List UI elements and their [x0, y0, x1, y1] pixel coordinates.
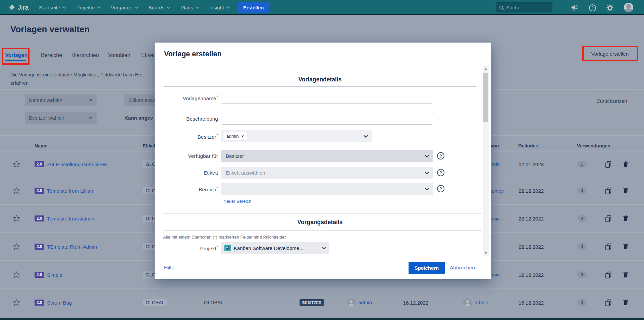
- besitzer-select[interactable]: admin×: [221, 130, 372, 142]
- copy-icon[interactable]: [605, 161, 612, 168]
- usage-count: 0: [577, 243, 587, 250]
- field-label-besitzer: Besitzer*: [161, 133, 218, 140]
- help-glyph: ?: [589, 4, 596, 11]
- vorlagenname-input[interactable]: [221, 92, 433, 104]
- favorite-star-icon[interactable]: [13, 271, 20, 278]
- jira-logo[interactable]: Jira: [8, 0, 29, 15]
- col-header-geaendert: Geändert: [518, 143, 539, 148]
- version-badge: 2.0: [35, 300, 44, 306]
- col-header-name: Name: [35, 143, 47, 148]
- projekt-value: Kanban Software Developme...: [234, 245, 319, 251]
- scroll-down-icon[interactable]: [483, 250, 489, 256]
- learn-more-link[interactable]: erfahren: [10, 80, 29, 86]
- tab-hierarchien[interactable]: Hierarchien: [71, 52, 99, 58]
- favorite-star-icon[interactable]: [13, 215, 20, 222]
- copy-icon[interactable]: [605, 243, 612, 250]
- changed-date: 22.12.2022: [519, 216, 544, 221]
- favorite-star-icon[interactable]: [13, 187, 20, 194]
- user-link[interactable]: admin: [475, 300, 488, 305]
- copy-icon[interactable]: [605, 215, 612, 222]
- filter-name-input[interactable]: Namen wählen ×: [25, 94, 97, 106]
- megaphone-icon[interactable]: [570, 3, 579, 12]
- nav-item-boards[interactable]: Boards: [149, 5, 171, 10]
- create-button[interactable]: Erstellen: [237, 2, 269, 13]
- gear-icon[interactable]: [605, 3, 614, 12]
- section-vorgangsdetails: Vorgangsdetails: [164, 219, 476, 226]
- help-link[interactable]: Hilfe: [164, 265, 174, 271]
- chevron-down-icon: [135, 6, 139, 9]
- template-name-link[interactable]: Scrum Bug: [47, 300, 72, 305]
- help-icon[interactable]: ?: [437, 152, 444, 159]
- trash-icon[interactable]: [622, 299, 630, 306]
- chevron-down-icon: [97, 6, 101, 9]
- nav-item-projekte[interactable]: Projekte: [76, 5, 101, 10]
- version-badge: 2.0: [35, 215, 44, 221]
- trash-icon[interactable]: [622, 271, 630, 278]
- user-avatar[interactable]: [624, 3, 633, 12]
- help-icon[interactable]: ?: [588, 3, 597, 12]
- chevron-down-icon: [364, 135, 368, 138]
- bottom-strip: [0, 318, 644, 320]
- neuer-bereich-link[interactable]: Neuer Bereich: [223, 199, 251, 204]
- create-template-button[interactable]: Vorlage erstellen: [584, 48, 636, 60]
- chevron-down-icon: [196, 6, 199, 9]
- chevron-down-icon: [226, 6, 230, 9]
- copy-icon[interactable]: [605, 187, 612, 194]
- copy-icon[interactable]: [605, 271, 612, 278]
- usage-count: 0: [577, 215, 587, 222]
- top-navbar: Jira Startseite Projekte Vorgänge Boards…: [0, 0, 644, 15]
- table-row: 2.0 Scrum Bug GLOBAL GLOBAL BESITZER adm…: [0, 289, 644, 316]
- nav-item-vorgaenge[interactable]: Vorgänge: [111, 5, 138, 10]
- chevron-down-icon: [89, 117, 93, 119]
- bereich-select[interactable]: [221, 183, 433, 195]
- template-name-link[interactable]: Simple: [47, 272, 62, 277]
- modal-header-divider: [155, 66, 491, 66]
- divider: [0, 316, 644, 316]
- tab-bereiche[interactable]: Bereiche: [41, 52, 62, 58]
- scroll-up-icon[interactable]: [483, 66, 489, 72]
- help-icon[interactable]: ?: [437, 185, 444, 192]
- version-badge: 2.0: [35, 272, 44, 278]
- trash-icon[interactable]: [622, 187, 630, 194]
- changed-date: 12.12.2022: [519, 272, 544, 277]
- nav-item-insight[interactable]: Insight: [209, 5, 230, 10]
- trash-icon[interactable]: [622, 243, 630, 250]
- reset-button[interactable]: Zurücksetzen: [591, 94, 633, 107]
- search-input[interactable]: Suche: [496, 2, 552, 12]
- favorite-star-icon[interactable]: [13, 299, 20, 306]
- nav-item-plans[interactable]: Plans: [180, 5, 199, 10]
- favorite-star-icon[interactable]: [13, 243, 20, 250]
- template-name-link[interactable]: Template from Lillian: [47, 188, 93, 194]
- cancel-link[interactable]: Abbrechen: [450, 265, 475, 271]
- usage-count: 0: [577, 187, 587, 194]
- chevron-down-icon: [425, 155, 429, 157]
- template-name-link[interactable]: Zur Einstellung Gratulieren: [47, 161, 107, 167]
- version-badge: 2.0: [35, 188, 44, 194]
- clear-icon[interactable]: ×: [89, 97, 93, 104]
- scrollbar-thumb[interactable]: [483, 73, 488, 122]
- help-icon[interactable]: ?: [437, 169, 444, 176]
- changed-date: 02.01.2023: [519, 161, 544, 167]
- projekt-select[interactable]: Kanban Software Developme...: [221, 242, 329, 254]
- trash-icon[interactable]: [622, 161, 630, 168]
- save-button[interactable]: Speichern: [409, 262, 445, 274]
- user-link[interactable]: admin: [358, 300, 372, 305]
- jira-logo-text: Jira: [18, 4, 29, 11]
- nav-item-startseite[interactable]: Startseite: [39, 5, 66, 10]
- template-name-link[interactable]: Template from Admin: [47, 216, 94, 221]
- modal-scrollbar[interactable]: [483, 66, 489, 256]
- etikett-placeholder: Etikett auswählen: [226, 170, 425, 176]
- trash-icon[interactable]: [622, 215, 630, 222]
- changed-date: 16.12.2022: [519, 300, 544, 305]
- chip-remove-icon[interactable]: ×: [241, 134, 244, 138]
- etikett-select[interactable]: Etikett auswählen: [221, 167, 433, 179]
- copy-icon[interactable]: [605, 299, 612, 306]
- template-name-link[interactable]: TEmplate From Admin: [47, 244, 97, 249]
- tab-variablen[interactable]: Variablen: [108, 52, 130, 58]
- beschreibung-input[interactable]: [221, 113, 433, 125]
- tab-vorlagen[interactable]: Vorlagen: [5, 52, 28, 58]
- favorite-star-icon[interactable]: [13, 161, 20, 168]
- verfuegbar-fuer-select[interactable]: Besitzer: [221, 150, 433, 162]
- filter-owner-select[interactable]: Besitzer wählen: [25, 112, 97, 124]
- chevron-down-icon: [167, 6, 170, 9]
